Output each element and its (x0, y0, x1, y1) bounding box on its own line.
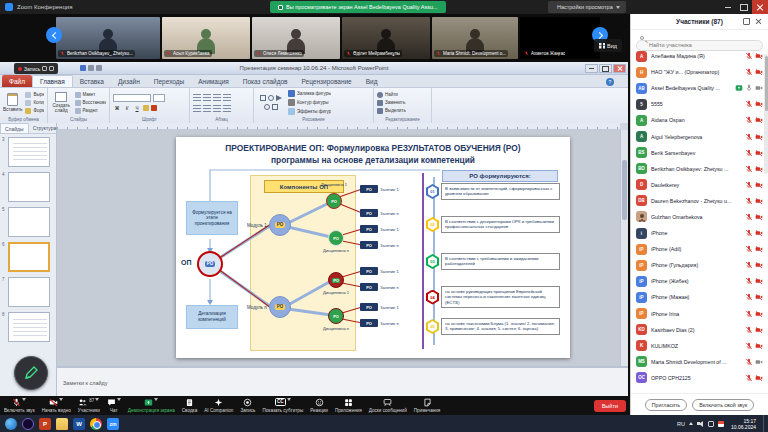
shape-icon[interactable] (272, 104, 278, 110)
browser-icon[interactable] (5, 418, 17, 430)
slide-thumbnail[interactable]: 3 (0, 137, 56, 167)
participant-row[interactable]: A Aigul Yelepbergenova (631, 128, 768, 144)
pause-recording-button[interactable] (42, 66, 47, 71)
arrow-shape-icon[interactable] (276, 95, 282, 101)
participant-row[interactable]: 5 5555 (631, 96, 768, 112)
slide-thumbnail[interactable]: 7 (0, 277, 56, 307)
reactions-button[interactable]: Реакции (310, 398, 328, 413)
new-slide-button[interactable]: Создать слайд (51, 90, 72, 115)
bold-button[interactable]: Ж (113, 106, 121, 111)
participant-row[interactable]: A Aidana Ospan (631, 112, 768, 128)
powerpoint-icon[interactable]: P (39, 418, 51, 430)
cut-button[interactable]: Вырезать (25, 92, 44, 98)
ribbon-tab-6[interactable]: Показ слайдов (236, 75, 295, 87)
ribbon-tab-0[interactable]: Файл (2, 75, 32, 87)
underline-button[interactable]: Ч (133, 106, 141, 111)
pop-out-icon[interactable] (743, 18, 750, 25)
file-explorer-icon[interactable] (56, 418, 68, 430)
ribbon-tab-3[interactable]: Дизайн (111, 75, 147, 87)
chevron-up-icon[interactable] (154, 398, 158, 401)
participant-search[interactable] (636, 33, 763, 44)
chrome-icon[interactable] (90, 418, 102, 430)
participant-row[interactable]: iP iPhone Irina (631, 306, 768, 322)
chevron-up-icon[interactable] (117, 398, 121, 401)
start-video-button[interactable]: Начать видео (42, 398, 71, 413)
slide-thumbnail[interactable]: 6 (0, 242, 56, 272)
volume-icon[interactable] (697, 420, 704, 427)
captions-button[interactable]: CC Показать субтитры (262, 398, 303, 413)
tab-outline[interactable]: Структура (29, 123, 61, 133)
slide-thumbnail[interactable]: 5 (0, 207, 56, 237)
quick-access-toolbar[interactable] (80, 65, 102, 71)
spacing-icon[interactable] (223, 94, 231, 101)
unmute-button[interactable]: Включить звук (4, 398, 35, 413)
italic-button[interactable]: К (123, 106, 131, 111)
share-screen-button[interactable]: Демонстрация экрана (128, 398, 175, 413)
text-shadow-icon[interactable] (143, 105, 149, 111)
chevron-up-icon[interactable] (22, 398, 26, 401)
invite-button[interactable]: Пригласить (645, 399, 687, 411)
shape-outline-button[interactable]: Контур фигуры (288, 99, 331, 106)
video-tile[interactable]: Maria Shmidt: Development o... (432, 17, 518, 59)
scroll-left-button[interactable] (46, 27, 62, 43)
paste-button[interactable]: Вставить (3, 90, 22, 115)
view-button[interactable]: Вид (594, 39, 622, 52)
replace-button[interactable]: Заменить (377, 100, 406, 106)
participant-row[interactable]: iP iPhone (Гульдария) (631, 257, 768, 273)
maximize-button[interactable] (736, 0, 752, 14)
language-indicator[interactable]: RU (677, 421, 685, 427)
ai-companion-button[interactable]: AI Companion (204, 398, 233, 413)
indent-icon[interactable] (213, 94, 221, 101)
ribbon-tab-8[interactable]: Вид (359, 75, 385, 87)
layout-button[interactable]: Макет (75, 92, 106, 98)
clock[interactable]: 15:17 10.06.2024 (731, 418, 756, 430)
ribbon-tab-2[interactable]: Вставка (73, 75, 111, 87)
minimize-button[interactable] (585, 64, 598, 73)
word-icon[interactable]: W (73, 418, 85, 430)
ellipse-shape-icon[interactable] (268, 95, 274, 101)
unmute-self-button[interactable]: Включить свой звук (692, 399, 754, 411)
chevron-up-icon[interactable] (287, 398, 291, 401)
font-color-icon[interactable] (151, 105, 157, 111)
powerpoint-titlebar[interactable]: Презентация семинар 10.06.24 - Microsoft… (0, 62, 628, 75)
shape-icon[interactable] (264, 104, 270, 110)
video-tile[interactable]: Олеся Лемешенко (252, 17, 340, 59)
video-tile[interactable]: Әділет Мейрамбекұлы (342, 17, 430, 59)
shape-fill-button[interactable]: Заливка фигуры (288, 90, 331, 97)
participant-row[interactable]: iP iPhone (Мажан) (631, 289, 768, 305)
summary-button[interactable]: Сводка (182, 398, 198, 413)
save-icon[interactable] (80, 65, 86, 71)
minimize-button[interactable] (720, 0, 736, 14)
show-desktop-button[interactable] (763, 415, 766, 432)
close-button[interactable] (752, 0, 768, 14)
participant-row[interactable]: i iPhone (631, 225, 768, 241)
apps-button[interactable]: Приложения (335, 398, 362, 413)
notes-area[interactable]: Заметки к слайду (57, 366, 628, 396)
stop-recording-button[interactable] (49, 66, 54, 71)
participant-row[interactable]: KD Kasirbaev Dias (2) (631, 322, 768, 338)
numbered-list-icon[interactable] (203, 94, 211, 101)
slide-thumbnail[interactable]: 8 (0, 312, 56, 342)
record-button[interactable]: Запись (240, 398, 255, 413)
video-tile[interactable]: Асыл Курикбаева (162, 17, 250, 59)
participant-row[interactable]: BS Berik Sarsenbayev (631, 145, 768, 161)
video-tile[interactable]: Ахметов Жаңғас (520, 17, 600, 59)
notification-flag-icon[interactable] (718, 421, 724, 427)
participant-row[interactable]: iP iPhone (Жибек) (631, 273, 768, 289)
undo-icon[interactable] (88, 65, 94, 71)
notes-button[interactable]: Примечания (414, 398, 441, 413)
vertical-scrollbar[interactable] (620, 130, 628, 366)
leave-button[interactable]: Выйти (594, 400, 626, 412)
redo-icon[interactable] (96, 65, 102, 71)
justify-icon[interactable] (223, 105, 231, 112)
participant-row[interactable]: OC OPPO CPH2125 (631, 370, 768, 386)
chat-button[interactable]: Чат (107, 398, 121, 413)
zoom-app-icon[interactable]: zm (107, 418, 119, 430)
tray-icon[interactable] (708, 421, 714, 427)
tray-expand-icon[interactable] (689, 422, 693, 425)
rectangle-shape-icon[interactable] (260, 95, 266, 101)
chevron-up-icon[interactable] (95, 398, 99, 401)
shape-effects-button[interactable]: Эффекты фигур (288, 108, 331, 115)
annotate-button[interactable] (14, 356, 48, 390)
close-button[interactable] (613, 64, 626, 73)
